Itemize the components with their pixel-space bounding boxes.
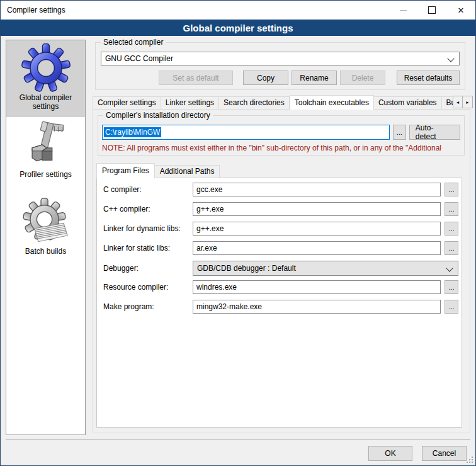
make-program-input[interactable] bbox=[193, 300, 441, 314]
delete-button[interactable]: Delete bbox=[340, 71, 385, 85]
tab-scroll-right-button[interactable]: ► bbox=[463, 96, 473, 108]
selected-compiler-group: Selected compiler GNU GCC Compiler Set a… bbox=[95, 42, 465, 90]
field-label: Make program: bbox=[103, 302, 193, 311]
tab-label: Linker settings bbox=[166, 98, 214, 107]
arrow-right-icon: ► bbox=[465, 100, 470, 105]
button-label: Set as default bbox=[173, 74, 218, 82]
gray-gear-papers-icon bbox=[21, 197, 71, 246]
field-label: Linker for static libs: bbox=[103, 244, 193, 253]
ellipsis-icon: ... bbox=[448, 303, 454, 310]
page-title-banner: Global compiler settings bbox=[1, 20, 475, 36]
button-label: Cancel bbox=[433, 449, 456, 458]
minimize-icon bbox=[400, 10, 407, 11]
tab-scroll-buttons: ◄ ► bbox=[453, 96, 473, 108]
field-row-debugger: Debugger: GDB/CDB debugger : Default bbox=[103, 261, 458, 276]
linker-dynamic-input[interactable] bbox=[193, 222, 441, 236]
sidebar-item-profiler-settings[interactable]: Profiler settings bbox=[6, 117, 85, 194]
sidebar-item-label: Batch builds bbox=[6, 247, 85, 256]
selected-compiler-group-label: Selected compiler bbox=[101, 38, 166, 47]
resize-grip[interactable] bbox=[467, 457, 473, 463]
compiler-buttons-row: Set as default Copy Rename Delete Reset … bbox=[101, 71, 460, 85]
button-label: Rename bbox=[300, 74, 328, 82]
close-button[interactable]: ✕ bbox=[446, 1, 475, 20]
linker-dynamic-browse-button[interactable]: ... bbox=[445, 222, 458, 236]
tab-search-directories[interactable]: Search directories bbox=[219, 96, 290, 110]
settings-category-list: Global compiler settings Profiler bbox=[6, 40, 86, 435]
compiler-select-value: GNU GCC Compiler bbox=[105, 54, 173, 63]
installation-directory-value: C:\raylib\MinGW bbox=[104, 127, 161, 137]
minimize-button[interactable] bbox=[388, 1, 417, 20]
installation-directory-input[interactable]: C:\raylib\MinGW bbox=[102, 125, 390, 140]
close-icon: ✕ bbox=[458, 6, 465, 14]
sidebar-item-batch-builds[interactable]: Batch builds bbox=[6, 194, 85, 271]
linker-static-input[interactable] bbox=[193, 241, 441, 255]
field-label: Linker for dynamic libs: bbox=[103, 224, 193, 233]
field-label: C++ compiler: bbox=[103, 205, 193, 213]
linker-static-browse-button[interactable]: ... bbox=[445, 241, 458, 255]
debugger-select[interactable]: GDB/CDB debugger : Default bbox=[193, 261, 458, 276]
field-row-resource-compiler: Resource compiler: ... bbox=[103, 280, 458, 294]
ellipsis-icon: ... bbox=[448, 225, 454, 232]
sidebar-item-label: Profiler settings bbox=[6, 170, 85, 179]
c-compiler-browse-button[interactable]: ... bbox=[445, 183, 458, 196]
tab-program-files[interactable]: Program Files bbox=[96, 163, 155, 178]
chevron-down-icon bbox=[446, 264, 453, 271]
rename-button[interactable]: Rename bbox=[292, 71, 337, 85]
field-row-c-compiler: C compiler: ... bbox=[103, 183, 458, 196]
button-label: Auto-detect bbox=[416, 123, 454, 141]
sidebar-item-label: Global compiler settings bbox=[6, 93, 85, 111]
resource-compiler-browse-button[interactable]: ... bbox=[445, 280, 458, 294]
tab-label: Search directories bbox=[224, 98, 285, 107]
caliper-icon bbox=[21, 120, 71, 169]
compiler-settings-dialog: Compiler settings ✕ Global compiler sett… bbox=[0, 0, 476, 466]
ellipsis-icon: ... bbox=[448, 186, 454, 193]
ellipsis-icon: ... bbox=[448, 283, 454, 291]
tab-linker-settings[interactable]: Linker settings bbox=[161, 96, 219, 110]
sidebar-item-global-compiler-settings[interactable]: Global compiler settings bbox=[6, 40, 85, 117]
maximize-icon bbox=[428, 6, 436, 14]
ellipsis-icon: ... bbox=[448, 205, 454, 213]
maximize-button[interactable] bbox=[417, 1, 446, 20]
installation-directory-browse-button[interactable]: ... bbox=[393, 125, 406, 140]
set-as-default-button[interactable]: Set as default bbox=[159, 71, 233, 85]
tab-label: Custom variables bbox=[378, 98, 437, 107]
tab-toolchain-executables[interactable]: Toolchain executables bbox=[290, 95, 374, 110]
ok-button[interactable]: OK bbox=[368, 446, 412, 461]
bin-subdirectory-note: NOTE: All programs must exist either in … bbox=[102, 144, 463, 152]
button-label: OK bbox=[385, 449, 395, 458]
auto-detect-button[interactable]: Auto-detect bbox=[409, 125, 460, 140]
cpp-compiler-browse-button[interactable]: ... bbox=[445, 202, 458, 216]
installation-directory-group: Compiler's installation directory C:\ray… bbox=[98, 115, 465, 156]
c-compiler-input[interactable] bbox=[193, 183, 441, 196]
resource-compiler-input[interactable] bbox=[193, 280, 441, 294]
ellipsis-icon: ... bbox=[397, 129, 402, 136]
blue-gear-icon bbox=[21, 43, 71, 93]
main-tab-strip: Compiler settings Linker settings Search… bbox=[93, 95, 453, 110]
chevron-down-icon bbox=[447, 55, 454, 62]
tab-label: Toolchain executables bbox=[295, 98, 369, 107]
program-files-tab-strip: Program Files Additional Paths bbox=[96, 163, 220, 178]
installation-directory-row: C:\raylib\MinGW ... Auto-detect bbox=[102, 125, 460, 140]
make-program-browse-button[interactable]: ... bbox=[445, 300, 458, 314]
button-label: Copy bbox=[257, 74, 275, 82]
debugger-select-value: GDB/CDB debugger : Default bbox=[197, 264, 296, 273]
field-label: Resource compiler: bbox=[103, 283, 193, 292]
reset-defaults-button[interactable]: Reset defaults bbox=[397, 71, 460, 85]
footer-separator bbox=[6, 440, 470, 440]
cancel-button[interactable]: Cancel bbox=[422, 446, 467, 461]
tab-scroll-left-button[interactable]: ◄ bbox=[453, 96, 463, 108]
tab-build-options[interactable]: Build options bbox=[442, 96, 453, 110]
field-label: Debugger: bbox=[103, 264, 193, 273]
compiler-select[interactable]: GNU GCC Compiler bbox=[101, 52, 460, 65]
field-label: C compiler: bbox=[103, 185, 193, 194]
field-row-linker-static: Linker for static libs: ... bbox=[103, 241, 458, 255]
tab-custom-variables[interactable]: Custom variables bbox=[374, 96, 442, 110]
tab-additional-paths[interactable]: Additional Paths bbox=[155, 165, 220, 178]
titlebar: Compiler settings ✕ bbox=[1, 1, 475, 20]
installation-directory-group-label: Compiler's installation directory bbox=[103, 111, 213, 120]
cpp-compiler-input[interactable] bbox=[193, 202, 441, 216]
window-controls: ✕ bbox=[388, 1, 475, 20]
field-row-linker-dynamic: Linker for dynamic libs: ... bbox=[103, 222, 458, 236]
copy-button[interactable]: Copy bbox=[243, 71, 288, 85]
tab-compiler-settings[interactable]: Compiler settings bbox=[93, 96, 161, 110]
